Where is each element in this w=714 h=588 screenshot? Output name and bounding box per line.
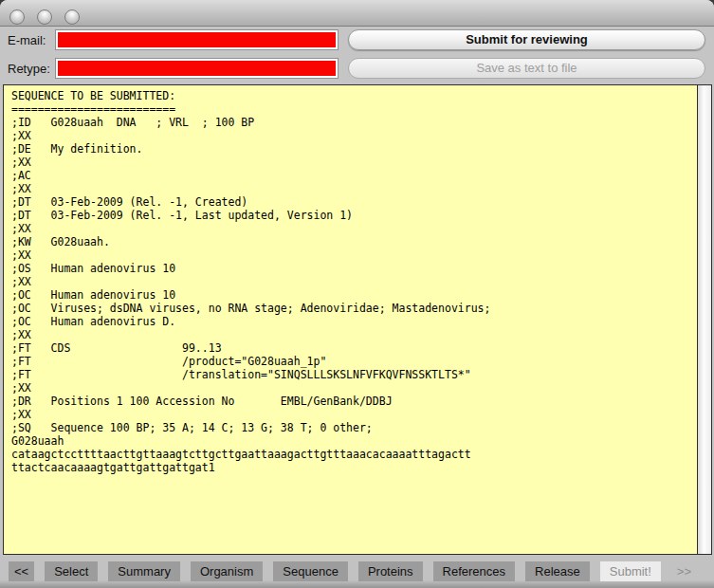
form-area: E-mail: Submit for reviewing Retype: Sav… — [0, 27, 714, 84]
minimize-button-icon[interactable] — [37, 9, 52, 25]
email-field[interactable] — [56, 30, 338, 49]
submit-for-reviewing-button[interactable]: Submit for reviewing — [348, 29, 705, 50]
toolbar-button-forward[interactable]: >> — [671, 561, 697, 581]
close-button-icon[interactable] — [9, 9, 25, 25]
toolbar-button-back[interactable]: << — [9, 561, 34, 581]
toolbar-button-organism[interactable]: Organism — [191, 561, 263, 581]
sequence-text[interactable]: SEQUENCE TO BE SUBMITTED: ==============… — [4, 85, 697, 554]
vertical-scrollbar[interactable] — [697, 85, 711, 554]
toolbar-button-release[interactable]: Release — [525, 561, 590, 581]
save-as-text-button[interactable]: Save as text to file — [348, 58, 705, 79]
toolbar-button-proteins[interactable]: Proteins — [358, 561, 423, 581]
toolbar-button-sequence[interactable]: Sequence — [273, 561, 348, 581]
retype-label: Retype: — [8, 62, 50, 76]
retype-email-field[interactable] — [56, 59, 338, 78]
toolbar-button-references[interactable]: References — [433, 561, 515, 581]
titlebar[interactable] — [0, 0, 714, 27]
email-label: E-mail: — [8, 33, 46, 47]
toolbar-button-select[interactable]: Select — [45, 561, 98, 581]
toolbar-button-submit[interactable]: Submit! — [600, 561, 661, 581]
sequence-editor-box: SEQUENCE TO BE SUBMITTED: ==============… — [3, 84, 712, 555]
toolbar-button-summary[interactable]: Summary — [108, 561, 180, 581]
bottom-toolbar: << Select Summary Organism Sequence Prot… — [0, 555, 714, 588]
submission-window: E-mail: Submit for reviewing Retype: Sav… — [0, 0, 714, 588]
zoom-button-icon[interactable] — [64, 9, 80, 25]
